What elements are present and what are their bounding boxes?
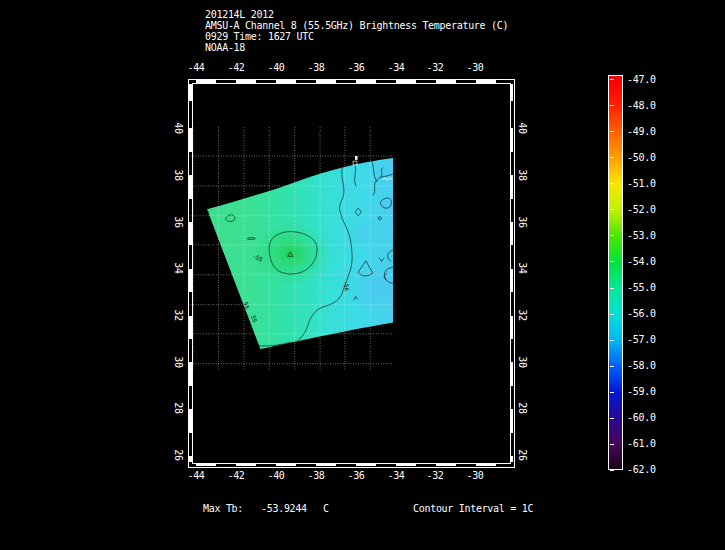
title-line-date: 201214L 2012 (205, 9, 508, 20)
lon-tick-label: -42 (227, 470, 244, 481)
lat-tick-label: 34 (173, 262, 184, 273)
colorbar-tick-label: -61.0 (627, 438, 656, 449)
lon-tick-label: -36 (347, 470, 364, 481)
lat-tick-label: 32 (517, 309, 528, 320)
contour-interval-label: Contour Interval = 1C (413, 503, 533, 514)
lat-tick-label: 40 (173, 122, 184, 133)
lat-tick-label: 34 (517, 262, 528, 273)
lon-tick-label: -38 (307, 470, 324, 481)
lon-tick-label: -40 (267, 62, 284, 73)
title-line-main: AMSU-A Channel 8 (55.5GHz) Brightness Te… (205, 20, 508, 31)
lat-tick-label: 26 (173, 449, 184, 460)
title-block: 201214L 2012 AMSU-A Channel 8 (55.5GHz) … (205, 9, 508, 53)
marker-filled-square-icon (355, 156, 358, 160)
lat-tick-label: 30 (517, 356, 528, 367)
lat-tick-label: 28 (173, 402, 184, 413)
colorbar-tick-label: -48.0 (627, 100, 656, 111)
lat-tick-label: 30 (173, 356, 184, 367)
lat-tick-label: 28 (517, 402, 528, 413)
title-line-satellite: NOAA-18 (205, 42, 508, 53)
colorbar-tick-label: -49.0 (627, 126, 656, 137)
title-line-time: 0929 Time: 1627 UTC (205, 31, 508, 42)
lat-tick-label: 26 (517, 449, 528, 460)
lon-tick-label: -44 (187, 62, 204, 73)
lon-tick-label: -34 (387, 62, 404, 73)
colorbar-tick-label: -62.0 (627, 464, 656, 475)
colorbar-tick-label: -51.0 (627, 178, 656, 189)
lat-tick-label: 38 (173, 169, 184, 180)
lon-tick-label: -44 (187, 470, 204, 481)
colorbar-tick-label: -56.0 (627, 308, 656, 319)
temperature-swath (188, 125, 407, 372)
lon-tick-label: -30 (466, 470, 483, 481)
lat-tick-label: 40 (517, 122, 528, 133)
lat-tick-label: 32 (173, 309, 184, 320)
max-tb-value: -53.9244 (261, 503, 307, 514)
cool-blob (377, 197, 399, 216)
lon-tick-label: -30 (466, 62, 483, 73)
max-tb-unit: C (323, 503, 329, 514)
lat-tick-label: 36 (173, 216, 184, 227)
lon-tick-label: -40 (267, 470, 284, 481)
lon-tick-label: -32 (426, 62, 443, 73)
lon-tick-label: -32 (426, 470, 443, 481)
map-plot-inner: -55 55 55 -56 (188, 125, 407, 372)
colorbar-tick-label: -47.0 (627, 74, 656, 85)
colorbar-tick-label: -57.0 (627, 334, 656, 345)
colorbar-tick-label: -50.0 (627, 152, 656, 163)
lon-tick-label: -38 (307, 62, 324, 73)
cool-blob (347, 223, 377, 247)
colorbar-tick-label: -52.0 (627, 204, 656, 215)
map-plot: -55 55 55 -56 (188, 79, 515, 468)
cool-blob (373, 162, 398, 177)
colorbar-ticks (610, 79, 614, 471)
colorbar-tick-label: -59.0 (627, 386, 656, 397)
lat-tick-label: 36 (517, 216, 528, 227)
max-tb-label: Max Tb: (203, 503, 243, 514)
colorbar-tick-label: -55.0 (627, 282, 656, 293)
plot-window: 201214L 2012 AMSU-A Channel 8 (55.5GHz) … (0, 0, 725, 550)
colorbar-tick-label: -54.0 (627, 256, 656, 267)
lon-tick-label: -34 (387, 470, 404, 481)
lon-tick-label: -42 (227, 62, 244, 73)
lon-tick-label: -36 (347, 62, 364, 73)
colorbar-tick-label: -53.0 (627, 230, 656, 241)
colorbar-tick-label: -60.0 (627, 412, 656, 423)
lat-tick-label: 38 (517, 169, 528, 180)
colorbar-tick-label: -58.0 (627, 360, 656, 371)
